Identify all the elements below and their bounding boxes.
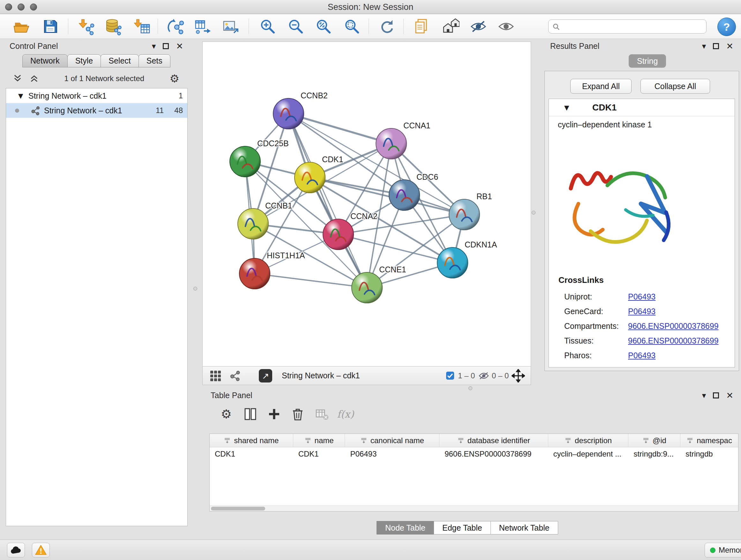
float-panel-icon[interactable] — [713, 392, 719, 398]
import-network-file-icon[interactable] — [77, 17, 95, 36]
window-minimize-button[interactable] — [17, 3, 24, 10]
network-node-CCNA1[interactable]: CCNA1 — [376, 121, 430, 159]
collapse-triangle-icon[interactable]: ▼ — [564, 104, 575, 111]
column-header-description[interactable]: description — [548, 434, 629, 447]
tab-select[interactable]: Select — [100, 54, 138, 67]
memory-button[interactable]: Memory — [704, 543, 741, 557]
show-details-eye-icon[interactable] — [497, 17, 515, 36]
network-edge[interactable] — [288, 114, 391, 144]
column-header-id[interactable]: @id — [628, 434, 680, 447]
table-row[interactable]: CDK1 CDK1 P06493 9606.ENSP00000378699 cy… — [210, 447, 738, 461]
network-node-CDC25B[interactable]: CDC25B — [230, 139, 289, 177]
column-header-canonical-name[interactable]: canonical name — [345, 434, 440, 447]
new-table-icon[interactable] — [194, 17, 212, 36]
zoom-in-icon[interactable] — [259, 17, 276, 36]
network-options-gear-icon[interactable]: ⚙ — [170, 72, 188, 85]
collapse-all-networks-icon[interactable] — [13, 74, 22, 83]
close-panel-icon[interactable]: ✕ — [726, 42, 733, 51]
zoom-out-icon[interactable] — [286, 17, 305, 36]
crosslink-link[interactable]: P06493 — [628, 351, 656, 360]
export-image-icon[interactable] — [222, 17, 240, 36]
hidden-indicator-icon[interactable] — [478, 372, 489, 380]
cell-namespace[interactable]: stringdb — [680, 447, 738, 461]
panel-menu-icon[interactable]: ▾ — [702, 42, 706, 50]
detach-view-icon[interactable]: ↗ — [259, 369, 272, 382]
cell-id[interactable]: stringdb:9... — [628, 447, 680, 461]
cell-description[interactable]: cyclin–dependent ... — [548, 447, 629, 461]
splitter-handle[interactable] — [193, 287, 197, 291]
network-overview-icon[interactable] — [229, 370, 241, 381]
close-panel-icon[interactable]: ✕ — [726, 391, 733, 400]
show-columns-icon[interactable] — [243, 407, 258, 422]
cloud-button[interactable] — [7, 543, 25, 557]
expand-all-button[interactable]: Expand All — [570, 79, 631, 94]
collapse-all-button[interactable]: Collapse All — [641, 79, 710, 94]
table-options-gear-icon[interactable]: ⚙ — [219, 407, 233, 422]
refresh-view-icon[interactable] — [378, 17, 396, 36]
network-node-HIST1H1A[interactable]: HIST1H1A — [239, 251, 305, 289]
tab-network[interactable]: Network — [22, 54, 68, 67]
splitter-handle[interactable] — [468, 386, 472, 390]
column-header-name[interactable]: name — [293, 434, 345, 447]
import-network-database-icon[interactable] — [104, 17, 122, 36]
protein-card-header[interactable]: ▼ CDK1 — [549, 99, 735, 116]
hide-details-eye-icon[interactable] — [469, 17, 487, 36]
network-canvas[interactable]: CCNB2CCNA1CDC25BCDK1CDC6RB1CCNB1CCNA2CDK… — [202, 42, 531, 367]
crosslink-link[interactable]: 9606.ENSP00000378699 — [628, 336, 719, 346]
window-close-button[interactable] — [5, 3, 12, 10]
pan-tool-icon[interactable] — [512, 369, 525, 382]
create-column-icon[interactable] — [267, 407, 281, 422]
search-input[interactable] — [563, 20, 704, 33]
tab-edge-table[interactable]: Edge Table — [434, 521, 491, 535]
network-node-CDK1[interactable]: CDK1 — [294, 155, 343, 193]
horizontal-scrollbar[interactable] — [210, 505, 738, 511]
network-edge[interactable] — [255, 273, 367, 288]
column-header-namespace[interactable]: namespac — [680, 434, 738, 447]
crosslink-link[interactable]: 9606.ENSP00000378699 — [628, 321, 719, 331]
panel-menu-icon[interactable]: ▾ — [152, 42, 156, 50]
network-node-CCNB1[interactable]: CCNB1 — [238, 201, 292, 239]
network-node-CDC6[interactable]: CDC6 — [389, 172, 438, 210]
tab-style[interactable]: Style — [67, 54, 101, 67]
cell-shared-name[interactable]: CDK1 — [210, 447, 293, 461]
panel-menu-icon[interactable]: ▾ — [702, 391, 706, 399]
new-network-icon[interactable] — [166, 17, 185, 36]
tab-sets[interactable]: Sets — [138, 54, 171, 67]
houses-icon[interactable] — [442, 17, 460, 36]
save-session-icon[interactable] — [42, 17, 59, 36]
copy-document-icon[interactable] — [413, 17, 431, 36]
tab-string[interactable]: String — [629, 54, 666, 68]
network-node-RB1[interactable]: RB1 — [449, 192, 492, 230]
warnings-button[interactable] — [32, 543, 50, 557]
import-table-file-icon[interactable] — [133, 17, 151, 36]
scrollbar-thumb[interactable] — [211, 507, 265, 510]
zoom-selected-icon[interactable] — [343, 17, 360, 36]
float-panel-icon[interactable] — [163, 43, 169, 49]
collapse-triangle-icon[interactable]: ▼ — [18, 92, 28, 100]
zoom-fit-icon[interactable] — [314, 17, 332, 36]
expand-all-networks-icon[interactable] — [29, 74, 39, 83]
selected-indicator-checkbox[interactable] — [446, 371, 455, 380]
splitter-handle[interactable] — [532, 211, 536, 214]
open-session-icon[interactable] — [13, 17, 30, 36]
close-panel-icon[interactable]: ✕ — [176, 42, 183, 51]
window-zoom-button[interactable] — [30, 3, 37, 10]
network-edge[interactable] — [288, 114, 367, 288]
column-header-shared-name[interactable]: shared name — [210, 434, 293, 447]
help-button[interactable]: ? — [718, 17, 736, 36]
crosslink-link[interactable]: P06493 — [628, 307, 656, 316]
column-header-database-identifier[interactable]: database identifier — [440, 434, 548, 447]
tab-node-table[interactable]: Node Table — [377, 521, 434, 535]
network-collection-row[interactable]: ▼ String Network – cdk1 1 — [6, 88, 187, 103]
tab-network-table[interactable]: Network Table — [490, 521, 558, 535]
network-row[interactable]: String Network – cdk1 11 48 — [6, 103, 187, 118]
search-box[interactable] — [548, 19, 706, 34]
network-node-CDKN1A[interactable]: CDKN1A — [437, 240, 497, 278]
float-panel-icon[interactable] — [713, 43, 719, 49]
grid-view-icon[interactable] — [210, 370, 221, 381]
cell-name[interactable]: CDK1 — [293, 447, 345, 461]
crosslink-link[interactable]: P06493 — [628, 292, 656, 301]
cell-database-identifier[interactable]: 9606.ENSP00000378699 — [440, 447, 548, 461]
delete-column-trash-icon[interactable] — [290, 407, 305, 422]
cell-canonical-name[interactable]: P06493 — [345, 447, 440, 461]
